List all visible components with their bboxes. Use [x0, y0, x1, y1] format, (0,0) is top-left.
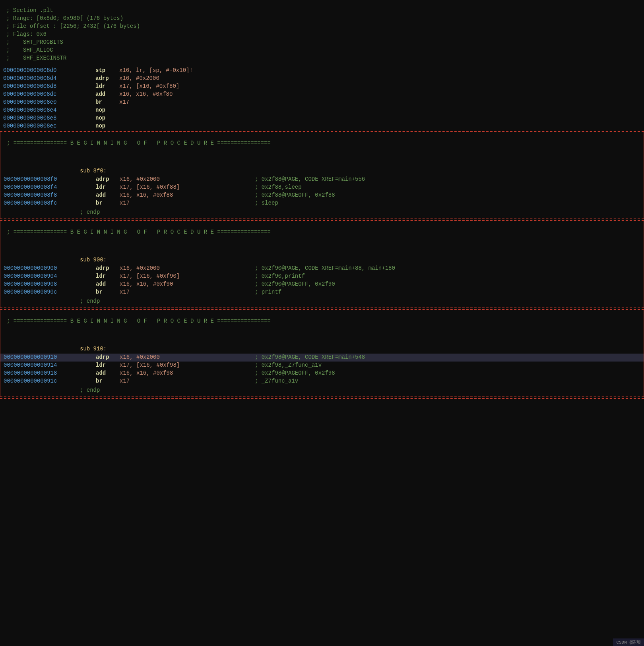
shf-execinstr-comment: ; SHF_EXECINSTR	[0, 54, 644, 62]
table-row[interactable]: 0000000000000900 adrp x16, #0x2000 ; 0x2…	[0, 265, 644, 273]
inline-comment: ; 0x2f98@PAGE, CODE XREF=main+548	[239, 354, 365, 361]
mnemonic: br	[72, 99, 119, 106]
mnemonic: nop	[72, 107, 119, 114]
address: 0000000000000900	[0, 265, 72, 272]
proc3-block: ; ================ B E G I N N I N G O F…	[0, 309, 644, 397]
header-section: ; Section .plt ; Range: [0x8d0; 0x980[ (…	[0, 3, 644, 64]
inline-comment: ; 0x2f90@PAGEOFF, 0x2f90	[239, 281, 335, 288]
address: 00000000000008dc	[0, 91, 72, 98]
table-row[interactable]: 00000000000008f8 add x16, x16, #0xf88 ; …	[0, 191, 644, 199]
inline-comment: ; 0x2f90@PAGE, CODE XREF=main+88, main+1…	[239, 265, 395, 272]
table-row[interactable]: 00000000000008e0 br x17	[0, 99, 644, 106]
inline-comment: ; 0x2f98,_Z7func_a1v	[239, 362, 322, 369]
sub-label-1: sub_8f0:	[0, 161, 644, 176]
address: 000000000000090c	[0, 289, 72, 296]
operands: x16, lr, [sp, #-0x10]!	[119, 67, 239, 74]
bottom-divider	[0, 398, 644, 399]
table-row[interactable]: 0000000000000904 ldr x17, [x16, #0xf90] …	[0, 273, 644, 280]
mnemonic: add	[72, 281, 120, 288]
endp-2: ; endp	[0, 296, 644, 308]
address: 00000000000008d0	[0, 67, 72, 74]
inline-comment: ; 0x2f88,sleep	[239, 184, 302, 191]
operands: x17, [x16, #0xf98]	[120, 362, 239, 369]
table-row[interactable]: 000000000000090c br x17 ; printf	[0, 288, 644, 296]
table-row[interactable]: 0000000000000918 add x16, x16, #0xf98 ; …	[0, 369, 644, 377]
table-row[interactable]: 00000000000008dc add x16, x16, #0xf80	[0, 91, 644, 99]
address: 0000000000000910	[0, 354, 72, 361]
operands: x16, #0x2000	[120, 265, 239, 272]
endp-3: ; endp	[0, 385, 644, 396]
operands: x16, #0x2000	[120, 354, 239, 361]
sht-progbits-comment: ; SHT_PROGBITS	[0, 38, 644, 46]
address: 0000000000000918	[0, 370, 72, 377]
operands: x17, [x16, #0xf88]	[120, 184, 239, 191]
operands: x17	[120, 200, 239, 207]
table-row[interactable]: 000000000000091c br x17 ; _Z7func_a1v	[0, 377, 644, 385]
address: 00000000000008d4	[0, 75, 72, 82]
operands: x17	[120, 289, 239, 296]
mnemonic: ldr	[72, 184, 120, 191]
inline-comment: ; 0x2f98@PAGEOFF, 0x2f98	[239, 370, 335, 377]
table-row[interactable]: 0000000000000908 add x16, x16, #0xf90 ; …	[0, 280, 644, 288]
inline-comment: ; 0x2f88@PAGEOFF, 0x2f88	[239, 192, 335, 199]
mnemonic: stp	[72, 67, 119, 74]
table-row[interactable]: 00000000000008ec nop	[0, 122, 644, 130]
inline-comment: ; 0x2f90,printf	[239, 273, 305, 280]
operands: x16, x16, #0xf90	[120, 281, 239, 288]
table-row[interactable]: 00000000000008d4 adrp x16, #0x2000	[0, 75, 644, 83]
address: 00000000000008e8	[0, 115, 72, 122]
operands: x17	[119, 99, 239, 106]
sub-label-3: sub_910:	[0, 339, 644, 354]
mnemonic: br	[72, 289, 120, 296]
bottom-bar-label: CSDN @陈顼	[616, 640, 641, 645]
address: 00000000000008f4	[0, 184, 72, 191]
address: 0000000000000908	[0, 281, 72, 288]
mnemonic: add	[72, 91, 119, 98]
main-container: ; Section .plt ; Range: [0x8d0; 0x980[ (…	[0, 0, 644, 402]
table-row[interactable]: 00000000000008e8 nop	[0, 114, 644, 122]
inline-comment: ; sleep	[239, 200, 278, 207]
table-row[interactable]: 00000000000008f4 ldr x17, [x16, #0xf88] …	[0, 184, 644, 191]
address: 000000000000091c	[0, 378, 72, 385]
table-row[interactable]: 00000000000008fc br x17 ; sleep	[0, 199, 644, 207]
shf-alloc-comment: ; SHF_ALLOC	[0, 46, 644, 54]
inline-comment: ; 0x2f88@PAGE, CODE XREF=main+556	[239, 176, 365, 183]
section-plt-comment: ; Section .plt	[0, 6, 644, 14]
address: 00000000000008fc	[0, 200, 72, 207]
table-row[interactable]: 0000000000000914 ldr x17, [x16, #0xf98] …	[0, 362, 644, 369]
operands: x16, #0x2000	[120, 176, 239, 183]
flags-comment: ; Flags: 0x6	[0, 30, 644, 38]
operands: x17, [x16, #0xf90]	[120, 273, 239, 280]
address: 0000000000000914	[0, 362, 72, 369]
address: 0000000000000904	[0, 273, 72, 280]
mnemonic: br	[72, 378, 120, 385]
address: 00000000000008f0	[0, 176, 72, 183]
address: 00000000000008e0	[0, 99, 72, 106]
mnemonic: adrp	[72, 354, 120, 361]
address: 00000000000008d8	[0, 83, 72, 90]
mnemonic: add	[72, 192, 120, 199]
inline-comment: ; printf	[239, 289, 281, 296]
address: 00000000000008ec	[0, 123, 72, 130]
table-row[interactable]: 00000000000008d8 ldr x17, [x16, #0xf80]	[0, 83, 644, 91]
proc1-block: ; ================ B E G I N N I N G O F…	[0, 131, 644, 219]
bottom-bar: CSDN @陈顼	[613, 638, 644, 646]
table-row[interactable]: 00000000000008d0 stp x16, lr, [sp, #-0x1…	[0, 67, 644, 75]
range-comment: ; Range: [0x8d0; 0x980[ (176 bytes)	[0, 14, 644, 22]
operands: x16, x16, #0xf88	[120, 192, 239, 199]
beginning-label-3: ; ================ B E G I N N I N G O F…	[0, 310, 644, 327]
operands: x16, x16, #0xf98	[120, 370, 239, 377]
file-offset-comment: ; File offset : [2256; 2432[ (176 bytes)	[0, 22, 644, 30]
mnemonic: adrp	[72, 265, 120, 272]
table-row[interactable]: 00000000000008e4 nop	[0, 106, 644, 114]
inline-comment: ; _Z7func_a1v	[239, 378, 298, 385]
top-instructions: 00000000000008d0 stp x16, lr, [sp, #-0x1…	[0, 67, 644, 130]
beginning-label-1: ; ================ B E G I N N I N G O F…	[0, 132, 644, 149]
table-row[interactable]: 0000000000000910 adrp x16, #0x2000 ; 0x2…	[0, 354, 644, 362]
table-row[interactable]: 00000000000008f0 adrp x16, #0x2000 ; 0x2…	[0, 176, 644, 184]
operands: x16, #0x2000	[119, 75, 239, 82]
mnemonic: nop	[72, 115, 119, 122]
operands: x17, [x16, #0xf80]	[119, 83, 239, 90]
operands: x16, x16, #0xf80	[119, 91, 239, 98]
sub-label-2: sub_900:	[0, 250, 644, 265]
